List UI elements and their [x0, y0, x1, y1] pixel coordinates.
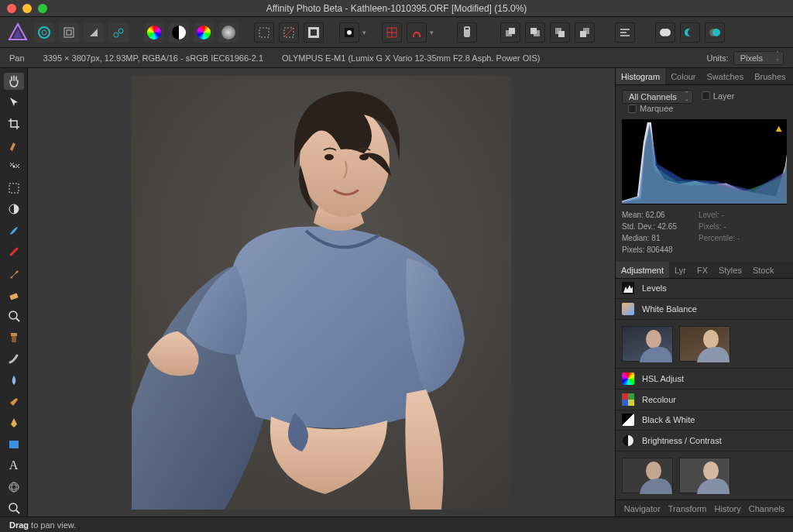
dropdown-chevron-icon[interactable]: ▾	[430, 29, 434, 36]
adjustment-hsl[interactable]: HSL Adjust	[616, 369, 793, 390]
layer-checkbox[interactable]: Layer	[702, 91, 735, 101]
svg-rect-57	[622, 400, 628, 406]
preset-thumb-2[interactable]	[679, 458, 730, 493]
tab-channels[interactable]: Channels	[749, 500, 784, 517]
grid-icon[interactable]	[382, 22, 402, 43]
erase-tool[interactable]	[4, 287, 24, 304]
svg-point-44	[9, 485, 19, 489]
assistant-icon[interactable]	[457, 22, 477, 43]
preset-thumb-cool[interactable]	[622, 326, 673, 362]
quickmask-icon[interactable]	[339, 22, 359, 43]
zoom-blur-tool[interactable]	[4, 307, 24, 324]
close-window-button[interactable]	[7, 4, 16, 13]
recolour-icon	[622, 393, 634, 406]
svg-point-60	[646, 462, 661, 480]
arrange-3-icon	[550, 22, 570, 43]
boolean-add-icon[interactable]	[655, 22, 675, 43]
minimize-window-button[interactable]	[22, 4, 32, 13]
mesh-tool[interactable]	[4, 479, 24, 496]
dropdown-chevron-icon[interactable]: ▾	[362, 29, 366, 36]
persona-macro-icon[interactable]	[108, 22, 129, 43]
marquee-tool[interactable]	[4, 180, 24, 197]
contrast-circle-icon[interactable]	[169, 22, 189, 43]
tab-stock[interactable]: Stock	[747, 262, 780, 278]
bottom-panel-tabs: Navigator Transform History Channels	[616, 499, 793, 517]
tab-fx[interactable]: FX	[692, 262, 713, 278]
rectangle-tool[interactable]	[4, 436, 24, 453]
zoom-window-button[interactable]	[38, 4, 47, 13]
adjustment-brightness-contrast[interactable]: Brightness / Contrast	[616, 431, 793, 451]
color-wheel-2-icon[interactable]	[194, 22, 214, 43]
crop-tool[interactable]	[4, 115, 24, 132]
adjustment-white-balance[interactable]: White Balance	[616, 299, 793, 320]
svg-rect-42	[9, 441, 19, 448]
current-tool-label: Pan	[9, 53, 25, 63]
clone-tool[interactable]	[4, 329, 24, 346]
persona-liquify-icon[interactable]	[59, 22, 79, 43]
preset-thumb-warm[interactable]	[679, 326, 730, 362]
adjustment-recolour[interactable]: Recolour	[616, 390, 793, 410]
color-wheel-1-icon[interactable]	[144, 22, 164, 43]
flood-select-tool[interactable]	[4, 158, 24, 175]
persona-photo-icon[interactable]	[34, 22, 54, 43]
smudge-tool[interactable]	[4, 393, 24, 410]
selection-brush-tool[interactable]	[4, 137, 24, 154]
adjustment-levels[interactable]: Levels	[616, 279, 793, 300]
boolean-intersect-icon[interactable]	[705, 22, 725, 43]
top-panel-tabs: Histogram Colour Swatches Brushes	[616, 68, 793, 85]
marquee-checkbox[interactable]: Marquee	[628, 104, 673, 113]
grey-circle-icon[interactable]	[218, 22, 239, 43]
svg-rect-58	[628, 400, 634, 406]
svg-point-8	[118, 29, 123, 33]
adjustment-black-white[interactable]: Black & White	[616, 410, 793, 431]
canvas-viewport[interactable]	[28, 68, 615, 517]
persona-develop-icon[interactable]	[84, 22, 104, 43]
tab-brushes[interactable]: Brushes	[749, 68, 791, 84]
channels-dropdown[interactable]: All Channels	[622, 90, 693, 104]
text-tool[interactable]: A	[4, 457, 24, 474]
boolean-subtract-icon[interactable]	[680, 22, 700, 43]
svg-point-38	[9, 311, 17, 319]
camera-info-label: OLYMPUS E-M1 (Lumix G X Vario 12-35mm F2…	[282, 53, 540, 63]
adjustment-label: HSL Adjust	[642, 374, 684, 383]
zoom-tool[interactable]	[4, 500, 24, 517]
tab-adjustment[interactable]: Adjustment	[616, 262, 669, 278]
selection-invert-icon[interactable]	[304, 22, 324, 43]
svg-point-50	[324, 154, 334, 160]
svg-point-15	[347, 30, 352, 35]
selection-diagonal-icon[interactable]	[279, 22, 299, 43]
pixel-brush-tool[interactable]	[4, 265, 24, 282]
svg-marker-6	[90, 29, 98, 36]
svg-point-33	[712, 29, 720, 36]
tab-styles[interactable]: Styles	[713, 262, 747, 278]
histogram-chart: ▲	[622, 119, 787, 204]
color-replacement-tool[interactable]	[4, 244, 24, 261]
histogram-stats: Mean: 62.06 Std. Dev.: 42.65 Median: 81 …	[622, 204, 787, 257]
tab-colour[interactable]: Colour	[665, 68, 701, 84]
preset-thumb-1[interactable]	[622, 458, 673, 493]
tab-swatches[interactable]: Swatches	[702, 68, 750, 84]
svg-point-34	[12, 166, 15, 168]
paint-brush-tool[interactable]	[4, 222, 24, 239]
adjustment-tool[interactable]	[4, 201, 24, 218]
units-label: Units:	[707, 53, 729, 63]
pen-tool[interactable]	[4, 414, 24, 431]
tab-lyr[interactable]: Lyr	[669, 262, 692, 278]
dodge-tool[interactable]	[4, 372, 24, 389]
tab-history[interactable]: History	[715, 500, 741, 517]
healing-brush-tool[interactable]	[4, 351, 24, 368]
selection-rect-icon[interactable]	[254, 22, 274, 43]
svg-rect-56	[628, 393, 634, 400]
tab-navigator[interactable]: Navigator	[624, 500, 661, 517]
white-balance-presets	[616, 320, 793, 369]
pan-tool[interactable]	[4, 73, 24, 90]
move-tool[interactable]	[4, 94, 24, 112]
tab-histogram[interactable]: Histogram	[616, 68, 665, 84]
svg-point-7	[114, 33, 118, 37]
histogram-panel: All Channels Layer Marquee ▲ Mean: 62.06…	[616, 85, 793, 262]
tab-transform[interactable]: Transform	[668, 500, 707, 517]
adjustment-label: Black & White	[642, 415, 695, 424]
units-dropdown[interactable]: Pixels	[733, 51, 784, 65]
snap-icon[interactable]	[407, 22, 427, 43]
svg-point-61	[703, 462, 719, 480]
